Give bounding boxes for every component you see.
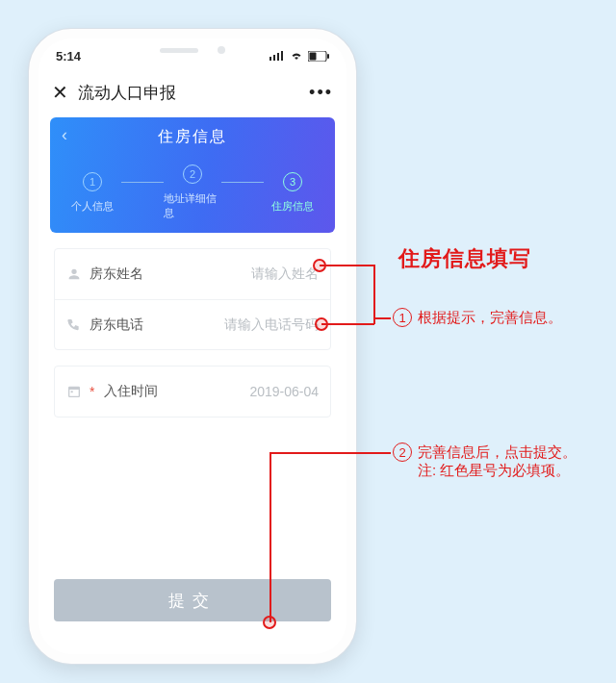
close-icon[interactable]: ✕ bbox=[52, 83, 68, 102]
annotation-title: 住房信息填写 bbox=[398, 244, 531, 273]
required-mark: * bbox=[90, 384, 94, 399]
annotation-lead bbox=[320, 265, 373, 266]
field-placeholder: 请输入姓名 bbox=[251, 266, 319, 283]
page-title: 流动人口申报 bbox=[78, 82, 176, 104]
svg-rect-1 bbox=[273, 55, 275, 61]
annotation-lead bbox=[321, 323, 374, 325]
status-time: 5:14 bbox=[56, 49, 81, 63]
nav-bar: ✕ 流动人口申报 ••• bbox=[38, 73, 346, 112]
annotation-lead bbox=[270, 452, 271, 622]
notch bbox=[125, 38, 260, 63]
svg-rect-3 bbox=[281, 51, 283, 61]
phone-frame: 5:14 ✕ 流动人口申报 ••• ‹ 住房信息 1 个人信息 2 地址详细信息 bbox=[29, 29, 356, 664]
annotation-lead bbox=[373, 265, 375, 323]
phone-icon bbox=[66, 317, 82, 333]
signal-icon bbox=[270, 51, 285, 61]
form-card-1: 房东姓名 请输入姓名 房东电话 请输入电话号码 bbox=[54, 248, 331, 350]
annotation-lead bbox=[373, 317, 391, 319]
step-line bbox=[121, 182, 164, 183]
calendar-icon bbox=[66, 384, 82, 399]
field-value: 2019-06-04 bbox=[249, 384, 319, 399]
annotation-number: 1 bbox=[393, 308, 412, 327]
step-2: 2 地址详细信息 bbox=[164, 164, 221, 220]
svg-rect-6 bbox=[327, 54, 329, 59]
field-landlord-name[interactable]: 房东姓名 请输入姓名 bbox=[55, 249, 330, 299]
svg-rect-2 bbox=[277, 53, 279, 61]
svg-rect-0 bbox=[270, 57, 271, 61]
back-icon[interactable]: ‹ bbox=[62, 125, 67, 145]
step-indicator: 1 个人信息 2 地址详细信息 3 住房信息 bbox=[64, 164, 321, 220]
svg-rect-5 bbox=[310, 52, 317, 60]
step-line bbox=[221, 182, 264, 183]
annotation-2: 2完善信息后，点击提交。 注: 红色星号为必填项。 bbox=[393, 443, 577, 480]
field-landlord-phone[interactable]: 房东电话 请输入电话号码 bbox=[55, 299, 330, 349]
field-label: 房东电话 bbox=[90, 316, 143, 334]
annotation-dot bbox=[313, 259, 326, 272]
field-label: 入住时间 bbox=[104, 383, 158, 400]
wifi-icon bbox=[290, 51, 303, 61]
annotation-number: 2 bbox=[393, 443, 412, 462]
more-icon[interactable]: ••• bbox=[309, 83, 333, 103]
hero-title: 住房信息 bbox=[64, 125, 321, 147]
hero-banner: ‹ 住房信息 1 个人信息 2 地址详细信息 3 住房信息 bbox=[50, 117, 335, 233]
field-label: 房东姓名 bbox=[90, 266, 143, 283]
step-3: 3 住房信息 bbox=[264, 172, 321, 214]
annotation-lead bbox=[373, 318, 375, 324]
annotation-lead bbox=[270, 452, 391, 454]
field-checkin-date[interactable]: * 入住时间 2019-06-04 bbox=[55, 367, 330, 417]
status-right bbox=[270, 51, 329, 62]
annotation-dot bbox=[263, 616, 276, 629]
step-1: 1 个人信息 bbox=[64, 172, 121, 214]
annotation-1: 1根据提示，完善信息。 bbox=[393, 308, 562, 327]
person-icon bbox=[66, 266, 82, 282]
field-placeholder: 请输入电话号码 bbox=[224, 316, 319, 334]
form-card-2: * 入住时间 2019-06-04 bbox=[54, 366, 331, 417]
annotation-dot bbox=[315, 317, 328, 331]
battery-icon bbox=[308, 51, 329, 62]
submit-button[interactable]: 提交 bbox=[54, 579, 331, 621]
